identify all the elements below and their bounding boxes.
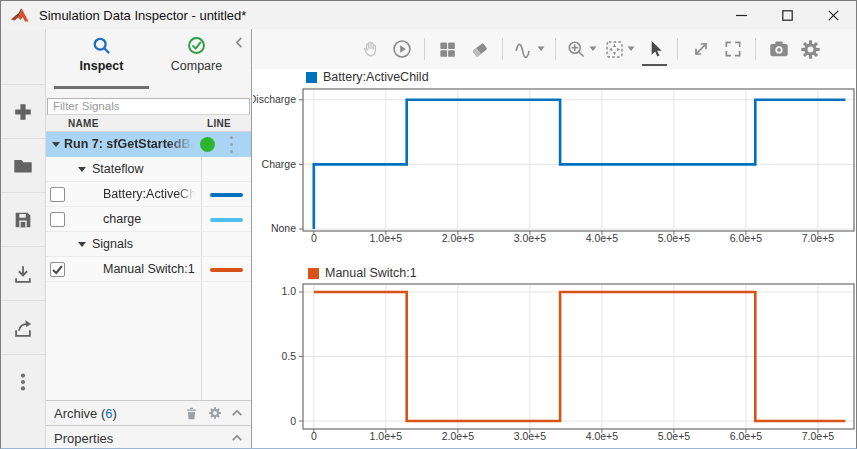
tab-inspect-label: Inspect xyxy=(80,59,124,73)
fit-to-view-icon xyxy=(604,39,625,60)
signal-checkbox[interactable] xyxy=(50,212,65,227)
signal-row-charge[interactable]: charge xyxy=(46,207,251,232)
tab-compare-label: Compare xyxy=(171,59,222,73)
svg-text:0: 0 xyxy=(311,430,317,442)
zoom-tool[interactable] xyxy=(566,39,597,60)
kebab-menu-icon xyxy=(12,371,34,393)
expand-diagonal-icon xyxy=(691,39,711,59)
export-icon xyxy=(12,317,34,339)
save-button[interactable] xyxy=(1,192,45,246)
run-label: Run 7: sfGetStartedBa xyxy=(64,137,197,151)
tree-header: NAME LINE xyxy=(46,115,251,132)
signal-row-manual-switch[interactable]: Manual Switch:1 xyxy=(46,257,251,282)
archive-label: Archive ( xyxy=(54,406,105,421)
svg-text:2.0e+5: 2.0e+5 xyxy=(442,232,475,244)
pan-hand-icon[interactable] xyxy=(357,37,382,62)
import-icon xyxy=(12,263,34,285)
import-button[interactable] xyxy=(1,246,45,300)
signal-row-battery[interactable]: Battery:ActiveChild xyxy=(46,182,251,207)
tab-compare[interactable]: Compare xyxy=(149,35,244,73)
filter-signals-field xyxy=(47,96,250,115)
plus-icon xyxy=(12,101,34,123)
svg-text:0: 0 xyxy=(311,232,317,244)
chevron-up-icon[interactable] xyxy=(231,409,243,417)
run-menu-button[interactable] xyxy=(225,136,237,153)
check-circle-icon xyxy=(186,35,207,56)
eraser-icon[interactable] xyxy=(467,37,492,62)
collapse-run-icon[interactable] xyxy=(52,142,60,147)
open-button[interactable] xyxy=(1,138,45,192)
chevron-up-icon[interactable] xyxy=(231,434,243,442)
minimize-button[interactable] xyxy=(718,1,764,29)
signal-wave-tool[interactable] xyxy=(513,38,545,60)
replay-icon[interactable] xyxy=(389,37,414,62)
arrow-cursor-tool[interactable] xyxy=(642,37,667,66)
folder-icon xyxy=(12,155,34,177)
chevron-left-icon xyxy=(234,36,245,49)
add-button[interactable] xyxy=(1,84,45,138)
trash-icon[interactable] xyxy=(184,406,199,421)
tab-inspect[interactable]: Inspect xyxy=(54,35,149,73)
matlab-logo-icon xyxy=(11,7,31,24)
svg-text:1.0e+5: 1.0e+5 xyxy=(370,430,403,442)
signal-checkbox[interactable] xyxy=(50,187,65,202)
sidebar: Inspect Compare NAME LINE xyxy=(46,29,251,448)
toolbar-separator xyxy=(502,38,503,60)
svg-text:3.0e+5: 3.0e+5 xyxy=(514,430,547,442)
run-row[interactable]: Run 7: sfGetStartedBa xyxy=(46,132,251,157)
group-row-stateflow[interactable]: Stateflow xyxy=(46,157,251,182)
signal-line-swatch xyxy=(210,193,243,197)
settings-button[interactable] xyxy=(798,37,823,62)
signal-line-swatch xyxy=(210,268,243,272)
collapse-group-icon[interactable] xyxy=(78,242,86,247)
maximize-button[interactable] xyxy=(764,1,810,29)
filter-signals-input[interactable] xyxy=(47,98,250,115)
collapse-panel-button[interactable] xyxy=(234,35,245,53)
search-icon xyxy=(91,35,112,56)
export-button[interactable] xyxy=(1,300,45,354)
signal-label: Manual Switch:1 xyxy=(103,262,195,276)
plot-panel: Battery:ActiveChild Manual Switch:1 01.0… xyxy=(251,29,856,448)
run-status-dot xyxy=(200,137,215,152)
active-tab-underline xyxy=(54,86,149,89)
more-options-button[interactable] xyxy=(1,354,45,408)
expand-plot-button[interactable] xyxy=(688,37,713,62)
gear-icon[interactable] xyxy=(208,406,222,420)
svg-text:7.0e+5: 7.0e+5 xyxy=(802,232,835,244)
signal-label: charge xyxy=(103,212,141,226)
svg-text:1.0: 1.0 xyxy=(281,285,296,297)
svg-text:4.0e+5: 4.0e+5 xyxy=(586,430,619,442)
signal-wave-icon xyxy=(513,38,535,60)
signal-checkbox[interactable] xyxy=(50,262,65,277)
layout-grid-icon[interactable] xyxy=(435,37,460,62)
properties-section-header[interactable]: Properties xyxy=(46,425,251,449)
svg-text:5.0e+5: 5.0e+5 xyxy=(658,232,691,244)
plot-toolbar xyxy=(253,29,856,69)
save-icon xyxy=(12,209,34,231)
fullscreen-button[interactable] xyxy=(720,37,745,62)
svg-text:6.0e+5: 6.0e+5 xyxy=(730,430,763,442)
signal-label: Battery:ActiveChild xyxy=(103,187,198,201)
camera-icon xyxy=(768,38,790,60)
close-button[interactable] xyxy=(810,1,856,29)
svg-text:7.0e+5: 7.0e+5 xyxy=(802,430,835,442)
fullscreen-icon xyxy=(723,39,743,59)
window-title: Simulation Data Inspector - untitled* xyxy=(39,8,246,23)
sidebar-tabs: Inspect Compare xyxy=(46,29,251,89)
svg-text:None: None xyxy=(271,222,296,234)
svg-text:0.5: 0.5 xyxy=(281,350,296,362)
svg-text:3.0e+5: 3.0e+5 xyxy=(514,232,547,244)
column-name: NAME xyxy=(68,118,99,129)
snapshot-button[interactable] xyxy=(766,37,791,62)
app-window: Simulation Data Inspector - untitled* xyxy=(0,0,857,449)
svg-text:1.0e+5: 1.0e+5 xyxy=(370,232,403,244)
chevron-down-icon xyxy=(627,46,635,52)
chevron-down-icon xyxy=(589,46,597,52)
collapse-group-icon[interactable] xyxy=(78,167,86,172)
chevron-down-icon xyxy=(537,46,545,52)
charts-canvas[interactable]: 01.0e+52.0e+53.0e+54.0e+55.0e+56.0e+57.0… xyxy=(253,69,857,449)
archive-section-header[interactable]: Archive (6) xyxy=(46,400,251,425)
svg-text:Charge: Charge xyxy=(262,158,297,170)
fit-to-view-tool[interactable] xyxy=(604,39,635,60)
group-row-signals[interactable]: Signals xyxy=(46,232,251,257)
